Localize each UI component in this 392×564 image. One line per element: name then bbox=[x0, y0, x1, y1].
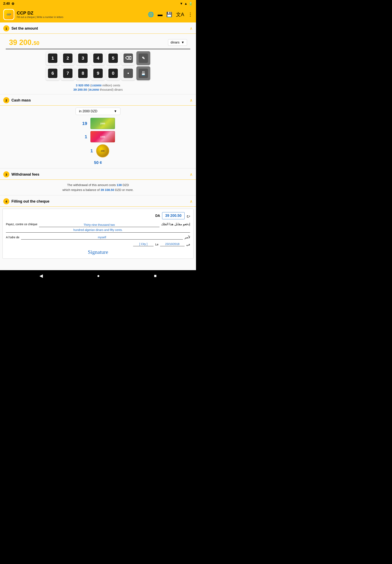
cheque-city-box[interactable]: [ City ] bbox=[133, 242, 154, 246]
conv-cents-line: 3 920 050 (3.920050 million) cents bbox=[3, 84, 193, 87]
cheque-order-line: myself bbox=[21, 235, 183, 240]
cheque-amount-row: DA 39 200.50 دج bbox=[6, 212, 190, 219]
withdrawal-cost: 138 bbox=[117, 183, 122, 187]
count-1000: 1 bbox=[81, 134, 87, 140]
banknote-2000-img: 2000 bbox=[90, 118, 115, 129]
numpad-clear[interactable]: ✎ bbox=[136, 51, 150, 65]
conv-dinars-line: 39 200.50 (39.20050 thousand) dinars bbox=[3, 88, 193, 91]
section-2-title: Cash mass bbox=[12, 98, 188, 102]
section-1-number: 1 bbox=[3, 25, 9, 31]
section-withdrawal-header: 3 Withdrawal fees ∧ bbox=[0, 169, 196, 180]
amount-display: 39 200.50 dinars ▼ bbox=[6, 36, 190, 49]
numpad-8[interactable]: 8 bbox=[76, 66, 90, 80]
translate-icon[interactable]: 文A bbox=[176, 11, 184, 18]
withdrawal-line1: The withdrawal of this amount costs 138 … bbox=[3, 183, 193, 187]
numpad-3[interactable]: 3 bbox=[76, 51, 90, 65]
chevron-up-icon-4[interactable]: ∧ bbox=[190, 199, 193, 204]
app-subtitle: Fill out a cheque | Write a number in le… bbox=[17, 16, 63, 19]
section-withdrawal: 3 Withdrawal fees ∧ The withdrawal of th… bbox=[0, 169, 196, 195]
globe-icon[interactable]: 🌐 bbox=[148, 12, 154, 17]
top-bar: CCP CCP DZ Fill out a cheque | Write a n… bbox=[0, 7, 196, 22]
cheque-second-line: hundred algerian dinars and fifty cents. bbox=[6, 228, 190, 233]
currency-selector[interactable]: dinars ▼ bbox=[168, 39, 187, 46]
denomination-chevron: ▼ bbox=[114, 110, 117, 113]
cheque-le-label: Le bbox=[155, 243, 158, 246]
more-icon[interactable]: ⋮ bbox=[188, 12, 193, 17]
save-icon[interactable]: 💾 bbox=[166, 12, 172, 17]
numpad: 1 2 3 4 5 ⌫ ✎ 6 7 8 9 0 • 💾 bbox=[0, 49, 196, 82]
section-4-number: 4 bbox=[3, 198, 9, 204]
cheque-dj-label: دج bbox=[187, 214, 190, 218]
conv-cents-value: 3 920 050 bbox=[76, 84, 89, 87]
numpad-5[interactable]: 5 bbox=[106, 51, 120, 65]
conv-dinars-value: 39 200.50 bbox=[73, 88, 87, 91]
section-cash-header: 2 Cash mass ∧ bbox=[0, 94, 196, 106]
denomination-selector[interactable]: in 2000 DZD ▼ bbox=[76, 108, 120, 115]
cheque-order-arabic: لأمر bbox=[184, 235, 190, 239]
cheque-pay-text: Thirty-nine thousand two bbox=[84, 223, 115, 226]
cash-mass-content: in 2000 DZD ▼ 19 2000 1 1000 1 200 bbox=[0, 106, 196, 168]
numpad-1[interactable]: 1 bbox=[46, 51, 60, 65]
count-200: 1 bbox=[87, 148, 93, 154]
recent-button[interactable]: ■ bbox=[154, 273, 157, 279]
cheque-da-label: DA bbox=[155, 214, 160, 218]
numpad-0[interactable]: 0 bbox=[106, 66, 120, 80]
main-content: 1 Set the amount ∧ 39 200.50 dinars ▼ 1 … bbox=[0, 22, 196, 270]
status-time: 2:40 bbox=[3, 2, 10, 5]
back-button[interactable]: ◀ bbox=[39, 273, 43, 279]
section-2-number: 2 bbox=[3, 97, 9, 103]
gear-icon: ⚙ bbox=[12, 2, 14, 6]
signal-icon: ▲ bbox=[184, 2, 187, 5]
cheque-order-label: A l'odre de bbox=[6, 235, 19, 239]
numpad-save[interactable]: 💾 bbox=[136, 66, 150, 80]
chevron-up-icon[interactable]: ∧ bbox=[190, 26, 193, 31]
conv-million: 3.920050 bbox=[91, 84, 101, 87]
section-amount: 1 Set the amount ∧ 39 200.50 dinars ▼ 1 … bbox=[0, 22, 196, 94]
cheque-pay-row: Payez, contre ce chèque Thirty-nine thou… bbox=[6, 222, 190, 227]
home-button[interactable]: ● bbox=[97, 273, 100, 279]
cash-row-200: 1 200 bbox=[3, 144, 193, 157]
numpad-4[interactable]: 4 bbox=[91, 51, 105, 65]
currency-label: dinars bbox=[171, 41, 180, 44]
card-icon[interactable]: ▬ bbox=[158, 12, 163, 17]
chevron-up-icon-2[interactable]: ∧ bbox=[190, 98, 193, 103]
section-3-title: Withdrawal fees bbox=[12, 172, 188, 177]
cheque-date-box[interactable]: 23/10/2018 bbox=[160, 242, 184, 246]
denomination-label: in 2000 DZD bbox=[79, 110, 98, 113]
currency-chevron: ▼ bbox=[181, 41, 184, 44]
cheque-amount-box: 39 200.50 bbox=[162, 212, 184, 219]
app-title: CCP DZ bbox=[17, 10, 63, 16]
numpad-dot[interactable]: • bbox=[121, 66, 135, 80]
numpad-7[interactable]: 7 bbox=[61, 66, 75, 80]
bottom-nav: ◀ ● ■ bbox=[0, 270, 196, 282]
chevron-up-icon-3[interactable]: ∧ bbox=[190, 172, 193, 177]
numpad-backspace[interactable]: ⌫ bbox=[121, 51, 135, 65]
app-logo: CCP bbox=[3, 9, 14, 20]
cheque-order-value: myself bbox=[98, 236, 106, 239]
section-4-title: Filling out the cheque bbox=[12, 199, 188, 204]
cheque-pay-arabic: إدفعو مقابل هذا الصّك bbox=[161, 222, 190, 226]
cheque-pay-label: Payez, contre ce chèque bbox=[6, 222, 37, 226]
section-amount-header: 1 Set the amount ∧ bbox=[0, 22, 196, 34]
cheque-content: DA 39 200.50 دج Payez, contre ce chèque … bbox=[2, 209, 194, 259]
wifi-icon: ▼ bbox=[180, 2, 183, 5]
cheque-signature: Signature bbox=[6, 249, 190, 255]
section-cheque-header: 4 Filling out the cheque ∧ bbox=[0, 196, 196, 207]
status-bar: 2:40 ⚙ ▼ ▲ 🔋 bbox=[0, 0, 196, 7]
conv-thousand: 39.20050 bbox=[89, 88, 99, 91]
withdrawal-content: The withdrawal of this amount costs 138 … bbox=[0, 180, 196, 195]
banknote-1000-img: 1000 bbox=[90, 131, 115, 142]
section-cheque: 4 Filling out the cheque ∧ DA 39 200.50 … bbox=[0, 196, 196, 259]
numpad-9[interactable]: 9 bbox=[91, 66, 105, 80]
numpad-2[interactable]: 2 bbox=[61, 51, 75, 65]
numpad-row-2: 6 7 8 9 0 • 💾 bbox=[46, 66, 150, 80]
cash-row-2000: 19 2000 bbox=[3, 118, 193, 129]
numpad-6[interactable]: 6 bbox=[46, 66, 60, 80]
cheque-pay-line: Thirty-nine thousand two bbox=[39, 222, 159, 227]
battery-icon: 🔋 bbox=[189, 2, 193, 6]
section-3-number: 3 bbox=[3, 171, 9, 177]
section-1-title: Set the amount bbox=[12, 26, 188, 31]
cheque-city-row: [ City ] Le 23/10/2018 في bbox=[6, 242, 190, 246]
amount-value: 39 200.50 bbox=[9, 38, 39, 47]
withdrawal-balance: 39 338.50 bbox=[101, 188, 114, 192]
